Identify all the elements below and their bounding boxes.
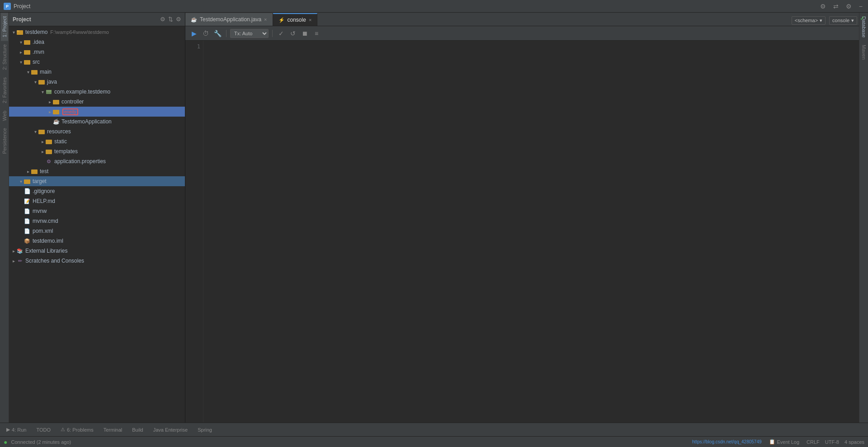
tab-java[interactable]: ☕ TestdemoApplication.java × [185, 13, 273, 26]
tree-item-package[interactable]: com.example.testdemo [9, 87, 185, 97]
folder-icon-resources [38, 128, 45, 135]
tree-item-app-props[interactable]: ⚙ application.properties [9, 156, 185, 166]
java-tab-label: TestdemoApplication.java [200, 16, 261, 23]
config-btn[interactable]: 🔧 [212, 28, 222, 38]
tree-item-resources[interactable]: resources [9, 127, 185, 136]
label-testdemoiml: testdemo.iml [33, 238, 63, 244]
tab-console[interactable]: ⚡ console × [273, 13, 318, 26]
label-extlibs: External Libraries [25, 248, 67, 254]
terminal-tab[interactable]: Terminal [99, 424, 127, 436]
arrow-entity [47, 109, 52, 114]
java-enterprise-tab[interactable]: Java Enterprise [149, 424, 192, 436]
sidebar-item-structure[interactable]: 2: Structure [1, 41, 8, 74]
console-tab-label: console [288, 17, 306, 23]
java-tab-close[interactable]: × [264, 17, 267, 22]
tree-item-testdemo-app[interactable]: ☕ TestdemoApplication [9, 117, 185, 127]
problems-icon: ⚠ [61, 427, 65, 433]
arrow-package [40, 89, 45, 94]
run-icon: ▶ [6, 427, 10, 433]
sort-icon[interactable]: ⇅ [168, 16, 173, 23]
status-indent[interactable]: 4 spaces [844, 439, 864, 445]
tree-item-helpmd[interactable]: 📝 HELP.md [9, 196, 185, 206]
align-btn[interactable]: ≡ [311, 28, 321, 38]
label-app-props: application.properties [54, 158, 106, 165]
folder-icon-main [31, 68, 38, 75]
tree-item-target[interactable]: target [9, 176, 185, 186]
maven-tab[interactable]: Maven [860, 41, 868, 63]
arrow-resources [33, 129, 38, 134]
tree-item-idea[interactable]: .idea [9, 37, 185, 47]
project-panel-title: Project [13, 16, 160, 23]
tree-item-extlibs[interactable]: 📚 External Libraries [9, 246, 185, 256]
path-testdemo: F:\wamp64\www\testdemo [50, 29, 109, 35]
console-toolbar: ▶ ⏱ 🔧 Tx: Auto Tx: Manual ✓ ↺ ⏹ ≡ [185, 26, 859, 41]
java-tab-icon: ☕ [191, 17, 197, 23]
sidebar-item-persistence[interactable]: Persistence [1, 124, 8, 157]
label-java: java [47, 79, 57, 85]
tree-item-main[interactable]: main [9, 67, 185, 77]
sidebar-item-project[interactable]: 1: Project [1, 13, 8, 41]
console-chevron: ▾ [851, 18, 854, 24]
folder-icon-controller [52, 98, 60, 105]
label-pomxml: pom.xml [33, 228, 53, 234]
svg-rect-9 [53, 100, 59, 104]
run-tab[interactable]: ▶ 4: Run [2, 424, 31, 436]
schema-dropdown[interactable]: <schema> ▾ [792, 16, 826, 25]
cog-icon[interactable]: ⚙ [160, 16, 165, 23]
title-controls: ⚙ ⇄ ⚙ − [818, 3, 864, 10]
status-crlf[interactable]: CRLF [807, 439, 820, 445]
folder-icon-testdemo [16, 28, 24, 36]
extlibs-icon: 📚 [16, 247, 24, 254]
svg-rect-6 [38, 80, 45, 85]
todo-tab[interactable]: TODO [32, 424, 55, 436]
spring-tab[interactable]: Spring [193, 424, 217, 436]
problems-tab[interactable]: ⚠ 6: Problems [56, 424, 98, 436]
undo-btn[interactable]: ↺ [288, 28, 298, 38]
console-tab-close[interactable]: × [309, 17, 311, 23]
sync-icon[interactable]: ⇄ [831, 3, 840, 10]
md-icon: 📝 [24, 198, 31, 205]
stop-btn[interactable]: ⏹ [300, 28, 310, 38]
tree-item-scratches[interactable]: ✏ Scratches and Consoles [9, 256, 185, 266]
tree-item-mvn[interactable]: .mvn [9, 47, 185, 57]
settings-icon[interactable]: ⚙ [818, 3, 828, 10]
tree-item-mvnw[interactable]: 📄 mvnw [9, 206, 185, 216]
tx-select[interactable]: Tx: Auto Tx: Manual [230, 29, 269, 38]
console-dropdown[interactable]: console ▾ [829, 16, 857, 25]
history-btn[interactable]: ⏱ [201, 28, 211, 38]
spring-tab-label: Spring [198, 427, 212, 433]
check-btn[interactable]: ✓ [276, 28, 286, 38]
arrow-testdemo [11, 29, 16, 35]
tree-item-templates[interactable]: templates [9, 146, 185, 156]
tree-item-entity[interactable]: eneity [9, 107, 185, 117]
config-icon[interactable]: ⚙ [844, 3, 854, 10]
tree-item-static[interactable]: static [9, 136, 185, 146]
tree-item-gitignore[interactable]: 📄 .gitignore [9, 186, 185, 196]
gear-icon[interactable]: ⚙ [176, 16, 181, 23]
label-mvnw: mvnw [33, 208, 47, 214]
run-tab-label: 4: Run [12, 427, 26, 433]
tree-item-src[interactable]: src [9, 57, 185, 67]
status-link[interactable]: https://blog.csdn.net/qq_42805749 [692, 439, 761, 444]
tree-item-testdemo[interactable]: testdemo F:\wamp64\www\testdemo [9, 27, 185, 37]
run-btn[interactable]: ▶ [189, 28, 199, 38]
label-helpmd: HELP.md [33, 198, 55, 204]
editor-content[interactable] [203, 41, 859, 423]
tree-item-java[interactable]: java [9, 77, 185, 87]
folder-icon-mvn [24, 48, 31, 56]
sidebar-item-web[interactable]: Web [1, 107, 8, 124]
arrow-src [18, 59, 24, 65]
status-encoding[interactable]: UTF-8 [825, 439, 839, 445]
entity-badge: eneity [62, 108, 78, 115]
arrow-java [33, 79, 38, 85]
tree-item-testdemoiml[interactable]: 📦 testdemo.iml [9, 236, 185, 246]
minimize-icon[interactable]: − [857, 3, 864, 10]
tree-item-controller[interactable]: controller [9, 97, 185, 107]
arrow-mvn [18, 49, 24, 55]
build-tab[interactable]: Build [127, 424, 147, 436]
tree-item-pomxml[interactable]: 📄 pom.xml [9, 226, 185, 236]
tree-item-test[interactable]: test [9, 166, 185, 176]
tree-item-mvnwcmd[interactable]: 📄 mvnw.cmd [9, 216, 185, 226]
event-log-btn[interactable]: 📋 Event Log [767, 438, 802, 446]
sidebar-item-favorites[interactable]: 2: Favorites [1, 74, 8, 107]
